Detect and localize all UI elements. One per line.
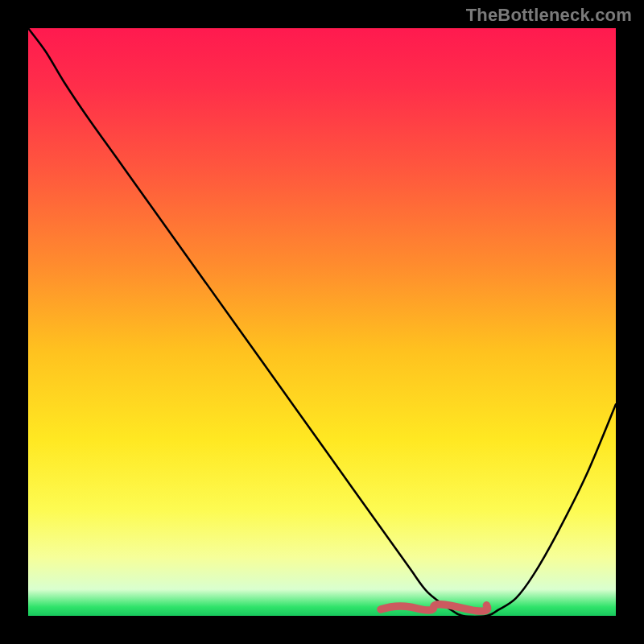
chart-frame: TheBottleneck.com bbox=[0, 0, 644, 644]
curve-layer bbox=[28, 28, 616, 616]
optimal-range-marker bbox=[381, 605, 488, 611]
bottleneck-curve bbox=[28, 28, 616, 616]
watermark-text: TheBottleneck.com bbox=[466, 5, 632, 26]
plot-area bbox=[28, 28, 616, 616]
